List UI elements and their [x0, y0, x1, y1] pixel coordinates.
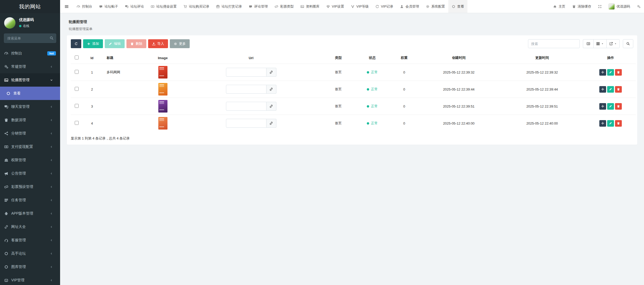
url-input-group	[226, 102, 276, 111]
drag-sort-button[interactable]	[599, 86, 606, 93]
url-link-button[interactable]	[266, 102, 276, 111]
drag-sort-button[interactable]	[599, 69, 606, 76]
import-button[interactable]: 导入	[148, 39, 168, 48]
nav-tab-label: 会员管理	[405, 4, 419, 9]
settings-button[interactable]	[634, 0, 644, 13]
sidebar-item-label: 数据清理	[11, 118, 50, 122]
status-dot-icon	[367, 88, 369, 91]
row-checkbox[interactable]	[75, 70, 79, 74]
banner-thumbnail[interactable]	[158, 100, 167, 113]
columns-button[interactable]	[593, 39, 606, 48]
table-row: 4首页正常02025-05-12 22:40:002025-05-12 22:4…	[71, 115, 636, 132]
sidebar-item[interactable]: 分销管理	[0, 127, 60, 140]
chevl-icon	[50, 225, 53, 228]
url-input[interactable]	[226, 102, 266, 111]
refresh-button[interactable]	[71, 39, 81, 48]
nav-tab[interactable]: 论坛帖子	[96, 0, 121, 13]
tasks-icon	[4, 198, 8, 202]
nav-tab[interactable]: 论坛购买记录	[180, 0, 213, 13]
url-link-button[interactable]	[266, 68, 276, 77]
nav-tab[interactable]: VIP记录	[372, 0, 397, 13]
url-link-button[interactable]	[266, 85, 276, 94]
sidebar-item[interactable]: 控制台hot	[0, 47, 60, 60]
nav-tab-label: 控制台	[82, 4, 92, 9]
row-delete-button[interactable]	[615, 120, 622, 127]
url-link-button[interactable]	[266, 119, 276, 128]
sidebar-item[interactable]: 支付提现配置	[0, 140, 60, 153]
sidebar-item[interactable]: 任务管理	[0, 193, 60, 207]
link-icon	[4, 225, 8, 229]
nav-tab[interactable]: 评论管理	[245, 0, 271, 13]
column-header: Id	[82, 52, 102, 64]
row-edit-button[interactable]	[607, 86, 614, 93]
sidebar-item[interactable]: 轮播图管理	[0, 73, 60, 87]
sidebar-item[interactable]: 聊天室管理	[0, 100, 60, 113]
nav-tab[interactable]: 控制台	[73, 0, 96, 13]
sidebar-item[interactable]: 高手论坛	[0, 247, 60, 260]
circleo-icon	[4, 252, 8, 256]
row-delete-button[interactable]	[615, 103, 622, 110]
home-link[interactable]: 主页	[550, 0, 569, 13]
nav-tab[interactable]: 资料图库	[297, 0, 323, 13]
row-checkbox[interactable]	[75, 121, 79, 125]
url-input[interactable]	[226, 119, 266, 128]
sidebar-item[interactable]: 权限管理	[0, 153, 60, 167]
sidebar-item[interactable]: 网址大全	[0, 220, 60, 233]
sidebar-search-input[interactable]	[4, 33, 56, 43]
drag-sort-button[interactable]	[599, 120, 606, 127]
delete-button[interactable]: 删除	[126, 39, 146, 48]
detail-view-button[interactable]	[583, 39, 593, 48]
sidebar-item[interactable]: 数据清理	[0, 113, 60, 127]
sidebar-toggle-button[interactable]	[60, 0, 73, 13]
sidebar-item[interactable]: 图库管理	[0, 260, 60, 273]
nav-tab[interactable]: VIP设置	[323, 0, 347, 13]
nav-tab[interactable]: 论坛评论	[121, 0, 147, 13]
row-checkbox[interactable]	[75, 87, 79, 91]
export-button[interactable]	[606, 39, 620, 48]
row-delete-button[interactable]	[615, 69, 622, 76]
banner-thumbnail[interactable]	[158, 66, 167, 79]
url-input-group	[226, 85, 276, 94]
table-search-input[interactable]	[528, 39, 580, 48]
banner-thumbnail[interactable]	[158, 117, 167, 130]
sidebar-item[interactable]: 公告管理	[0, 167, 60, 180]
sidebar-item[interactable]: VIP管理	[0, 273, 60, 285]
edit-button[interactable]: 编辑	[105, 39, 125, 48]
sidebar-item[interactable]: 常规管理	[0, 60, 60, 73]
row-delete-button[interactable]	[615, 86, 622, 93]
chevl-icon	[50, 239, 53, 242]
user-menu[interactable]: 优选源码	[605, 0, 634, 13]
nav-tab[interactable]: 彩票类型	[271, 0, 297, 13]
sidebar-item[interactable]: 客服管理	[0, 233, 60, 247]
nav-tab[interactable]: 论坛打赏记录	[213, 0, 245, 13]
nav-tab[interactable]: 会员管理	[397, 0, 422, 13]
nav-tab[interactable]: VIP等级	[347, 0, 372, 13]
drag-sort-button[interactable]	[599, 103, 606, 110]
online-dot-icon	[19, 25, 21, 27]
gear-icon	[426, 5, 430, 8]
sidebar-item-label: 轮播图管理	[11, 78, 50, 82]
chevl-icon	[50, 185, 53, 188]
sidebar-item[interactable]: 查看	[0, 87, 60, 100]
sidebar-item[interactable]: 彩票预设管理	[0, 180, 60, 193]
row-checkbox[interactable]	[75, 104, 79, 108]
nav-tab-label: 论坛购买记录	[189, 4, 209, 9]
row-edit-button[interactable]	[607, 69, 614, 76]
fullscreen-button[interactable]	[595, 0, 605, 13]
more-button[interactable]: 更多	[170, 39, 190, 48]
clear-cache-link[interactable]: 清除缓存	[569, 0, 595, 13]
search-button[interactable]	[623, 39, 633, 48]
nav-tab[interactable]: 论坛佣金设置	[147, 0, 180, 13]
nav-tab[interactable]: 查看	[448, 0, 467, 13]
sidebar-item[interactable]: APP版本管理	[0, 207, 60, 220]
row-edit-button[interactable]	[607, 120, 614, 127]
sidebar-item-label: 客服管理	[11, 238, 50, 243]
url-input[interactable]	[226, 85, 266, 94]
add-button[interactable]: 添加	[83, 39, 103, 48]
nav-tab[interactable]: 系统配置	[422, 0, 448, 13]
nav-tab-label: VIP等级	[356, 4, 369, 9]
url-input[interactable]	[226, 68, 266, 77]
banner-thumbnail[interactable]	[158, 83, 167, 96]
select-all-checkbox[interactable]	[75, 55, 79, 59]
row-edit-button[interactable]	[607, 103, 614, 110]
